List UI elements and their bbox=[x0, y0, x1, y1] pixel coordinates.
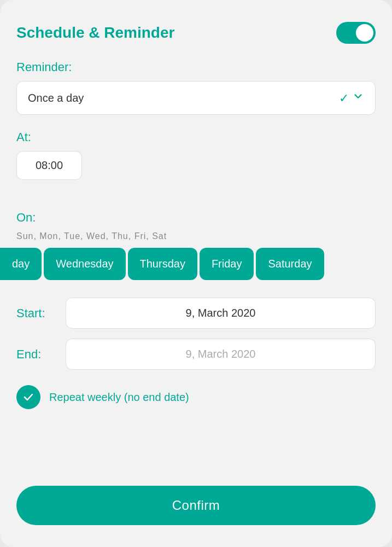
page-title: Schedule & Reminder bbox=[16, 24, 174, 42]
day-chip-thursday[interactable]: Thursday bbox=[128, 248, 197, 280]
reminder-label: Reminder: bbox=[16, 60, 376, 74]
schedule-card: Schedule & Reminder Reminder: Once a day… bbox=[0, 0, 392, 547]
time-input[interactable]: 08:00 bbox=[16, 151, 82, 180]
start-label: Start: bbox=[16, 306, 66, 321]
end-date-input[interactable]: 9, March 2020 bbox=[66, 339, 376, 370]
repeat-row: Repeat weekly (no end date) bbox=[16, 385, 376, 409]
reminder-dropdown[interactable]: Once a day ✓ bbox=[16, 81, 376, 115]
repeat-checkbox[interactable] bbox=[16, 385, 40, 409]
repeat-label: Repeat weekly (no end date) bbox=[49, 391, 189, 404]
day-chips-row: day Wednesday Thursday Friday Saturday bbox=[0, 248, 392, 280]
days-of-week-labels: Sun, Mon, Tue, Wed, Thu, Fri, Sat bbox=[16, 231, 376, 241]
toggle-thumb bbox=[356, 24, 373, 42]
confirm-button[interactable]: Confirm bbox=[16, 486, 376, 525]
day-chip-wednesday[interactable]: Wednesday bbox=[44, 248, 125, 280]
header-row: Schedule & Reminder bbox=[16, 22, 376, 44]
on-label: On: bbox=[16, 211, 376, 225]
end-label: End: bbox=[16, 347, 66, 362]
checkmark-icon bbox=[22, 391, 35, 404]
reminder-selected: Once a day bbox=[28, 92, 84, 104]
chevron-down-icon: ✓ bbox=[339, 90, 364, 106]
day-chip-tuesday[interactable]: day bbox=[0, 248, 42, 280]
end-date-row: End: 9, March 2020 bbox=[16, 339, 376, 370]
start-date-row: Start: 9, March 2020 bbox=[16, 298, 376, 329]
at-label: At: bbox=[16, 130, 376, 144]
day-chip-saturday[interactable]: Saturday bbox=[256, 248, 324, 280]
schedule-toggle[interactable] bbox=[336, 22, 376, 44]
start-date-input[interactable]: 9, March 2020 bbox=[66, 298, 376, 329]
day-chip-friday[interactable]: Friday bbox=[200, 248, 254, 280]
